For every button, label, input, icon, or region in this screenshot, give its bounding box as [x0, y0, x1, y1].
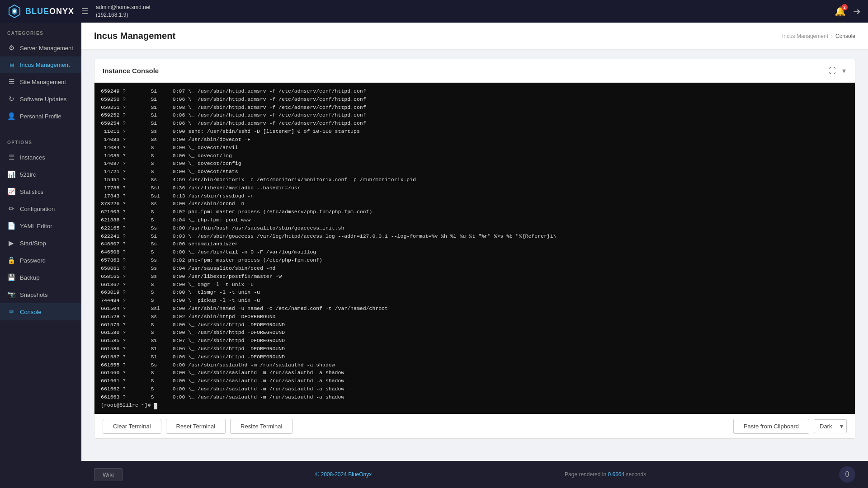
breadcrumb-separator: ›: [831, 33, 833, 39]
sidebar: CATEGORIES ⚙ Server Management 🖥 Incus M…: [0, 23, 81, 488]
sidebar-item-server-management[interactable]: ⚙ Server Management: [0, 39, 81, 56]
menu-icon[interactable]: ☰: [81, 6, 89, 16]
sidebar-item-console[interactable]: ⌨ Console: [0, 303, 81, 320]
instances-icon: ☰: [7, 153, 15, 161]
collapse-button[interactable]: ▾: [841, 66, 847, 76]
terminal-cursor: [154, 403, 157, 409]
sidebar-item-password[interactable]: 🔒 Password: [0, 252, 81, 269]
sidebar-item-personal-profile[interactable]: 👤 Personal Profile: [0, 108, 81, 125]
reset-terminal-button[interactable]: Reset Terminal: [166, 419, 226, 434]
topbar-right: 🔔 2 ➜: [835, 6, 861, 17]
chat-button[interactable]: 0: [839, 466, 855, 483]
page-header: Incus Management Incus Management › Cons…: [81, 23, 868, 50]
sidebar-item-521lrc[interactable]: 📊 521lrc: [0, 166, 81, 183]
categories-label: CATEGORIES: [0, 23, 81, 39]
console-card: Instance Console ⛶ ▾ 659249 ? S1 0:07 \_…: [94, 59, 855, 439]
sidebar-item-snapshots[interactable]: 📷 Snapshots: [0, 286, 81, 303]
sidebar-item-incus-management[interactable]: 🖥 Incus Management: [0, 56, 81, 73]
profile-icon: 👤: [7, 112, 15, 120]
card-header: Instance Console ⛶ ▾: [94, 59, 855, 83]
terminal-wrapper: 659249 ? S1 0:07 \_ /usr/sbin/httpd.adms…: [94, 83, 855, 414]
footer: Wiki © 2008-2024 BlueOnyx Page rendered …: [81, 461, 868, 488]
wiki-button[interactable]: Wiki: [94, 468, 123, 481]
fullscreen-button[interactable]: ⛶: [828, 66, 837, 76]
topbar: BLUEONYX ☰ admin@home.smd.net (192.168.1…: [0, 0, 868, 23]
logo-icon: [7, 4, 22, 19]
footer-render: Page rendered in 0.6664 seconds: [565, 471, 646, 478]
console-icon: ⌨: [7, 308, 15, 316]
breadcrumb-current: Console: [835, 33, 855, 39]
options-label: OPTIONS: [0, 132, 81, 149]
paste-clipboard-button[interactable]: Paste from Clipboard: [733, 419, 809, 434]
notification-button[interactable]: 🔔 2: [835, 6, 846, 17]
notification-badge: 2: [841, 4, 848, 10]
sidebar-item-statistics[interactable]: 📈 Statistics: [0, 183, 81, 200]
statistics-icon: 📈: [7, 188, 15, 196]
clear-terminal-button[interactable]: Clear Terminal: [103, 419, 161, 434]
lrc-icon: 📊: [7, 170, 15, 178]
sidebar-item-start-stop[interactable]: ▶ Start/Stop: [0, 235, 81, 252]
sidebar-item-instances[interactable]: ☰ Instances: [0, 149, 81, 166]
breadcrumb: Incus Management › Console: [782, 33, 855, 39]
user-info: admin@home.smd.net (192.168.1.9): [96, 4, 151, 19]
topbar-left: BLUEONYX ☰ admin@home.smd.net (192.168.1…: [7, 4, 151, 19]
terminal-footer: Clear Terminal Reset Terminal Resize Ter…: [94, 414, 855, 438]
sidebar-item-site-management[interactable]: ☰ Site Management: [0, 73, 81, 90]
card-actions: ⛶ ▾: [828, 66, 847, 76]
sidebar-item-yaml-editor[interactable]: 📄 YAML Editor: [0, 217, 81, 235]
card-title: Instance Console: [103, 67, 159, 75]
logout-button[interactable]: ➜: [853, 6, 861, 17]
incus-icon: 🖥: [7, 61, 15, 69]
snapshots-icon: 📷: [7, 291, 15, 299]
sidebar-spacer: [0, 125, 81, 132]
sidebar-item-backup[interactable]: 💾 Backup: [0, 269, 81, 286]
terminal-output[interactable]: 659249 ? S1 0:07 \_ /usr/sbin/httpd.adms…: [94, 83, 855, 414]
logo-text: BLUEONYX: [25, 7, 74, 16]
sidebar-item-software-updates[interactable]: ↻ Software Updates: [0, 90, 81, 108]
logo: BLUEONYX: [7, 4, 74, 19]
yaml-icon: 📄: [7, 222, 15, 230]
theme-dropdown[interactable]: Dark Light: [814, 419, 847, 433]
breadcrumb-parent[interactable]: Incus Management: [782, 33, 828, 39]
layout: CATEGORIES ⚙ Server Management 🖥 Incus M…: [0, 23, 868, 488]
sidebar-item-configuration[interactable]: ✏ Configuration: [0, 200, 81, 217]
server-icon: ⚙: [7, 44, 15, 52]
main-content: Incus Management Incus Management › Cons…: [81, 23, 868, 488]
updates-icon: ↻: [7, 95, 15, 103]
footer-copyright: © 2008-2024 BlueOnyx: [315, 471, 372, 478]
startstop-icon: ▶: [7, 239, 15, 247]
content-area: Instance Console ⛶ ▾ 659249 ? S1 0:07 \_…: [81, 50, 868, 461]
password-icon: 🔒: [7, 256, 15, 264]
config-icon: ✏: [7, 205, 15, 213]
site-icon: ☰: [7, 78, 15, 86]
resize-terminal-button[interactable]: Resize Terminal: [230, 419, 292, 434]
page-title: Incus Management: [94, 31, 175, 41]
backup-icon: 💾: [7, 273, 15, 282]
theme-dropdown-wrap: Dark Light: [814, 419, 847, 433]
